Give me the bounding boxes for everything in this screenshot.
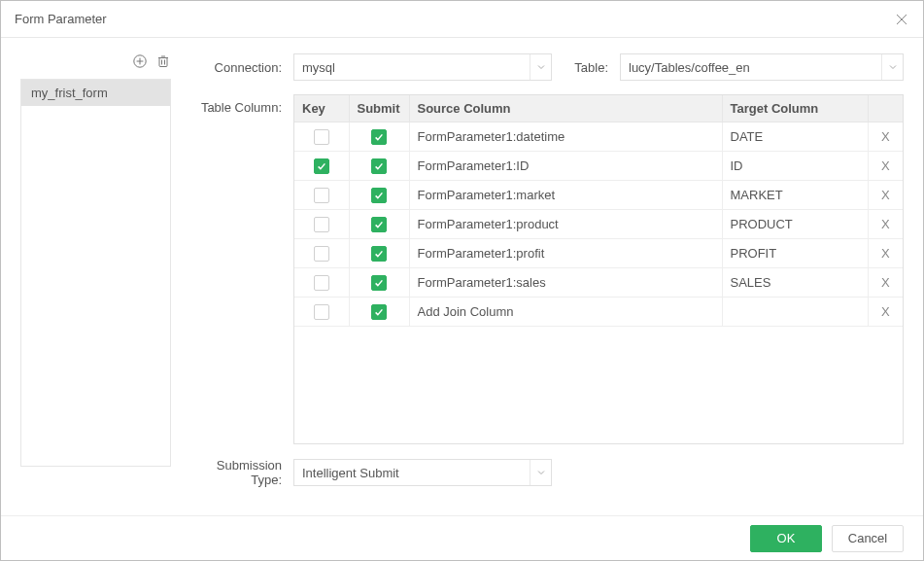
delete-row-icon[interactable]: X [881, 304, 890, 319]
ok-button[interactable]: OK [750, 525, 822, 552]
key-checkbox[interactable] [314, 129, 329, 145]
th-submit: Submit [349, 95, 409, 123]
right-pane: Connection: mysql Table: lucy/Tables/cof… [190, 53, 904, 515]
column-table: Key Submit Source Column Target Column F… [293, 94, 904, 444]
form-parameter-dialog: Form Parameter my_frist_form Co [0, 0, 924, 561]
th-target: Target Column [722, 95, 868, 123]
delete-icon[interactable] [155, 53, 171, 69]
submit-checkbox[interactable] [371, 188, 387, 203]
cell-submit [349, 239, 409, 268]
cell-submit [349, 268, 409, 298]
table-row: FormParameter1:productPRODUCTX [294, 210, 903, 239]
delete-row-icon[interactable]: X [881, 158, 890, 173]
cell-delete: X [868, 268, 903, 298]
submission-type-row: Submission Type: Intelligent Submit [190, 458, 904, 487]
cell-submit [349, 152, 409, 181]
cell-delete: X [868, 181, 903, 210]
delete-row-icon[interactable]: X [881, 188, 890, 202]
left-pane: my_frist_form [20, 53, 171, 515]
cell-target[interactable]: MARKET [722, 181, 868, 210]
connection-row: Connection: mysql Table: lucy/Tables/cof… [190, 53, 904, 81]
table-empty-area [294, 327, 903, 443]
key-checkbox[interactable] [314, 188, 329, 203]
chevron-down-icon [530, 54, 551, 80]
submit-checkbox[interactable] [371, 304, 387, 320]
form-list[interactable]: my_frist_form [20, 79, 171, 467]
title-bar: Form Parameter [1, 1, 923, 38]
form-list-toolbar [20, 53, 171, 73]
cell-source[interactable]: FormParameter1:datetime [409, 123, 722, 152]
connection-select[interactable]: mysql [293, 53, 552, 81]
list-item-label: my_frist_form [31, 86, 108, 100]
cell-delete: X [868, 123, 903, 152]
cell-target[interactable]: PROFIT [722, 239, 868, 268]
table-row: FormParameter1:marketMARKETX [294, 181, 903, 210]
dialog-footer: OK Cancel [1, 515, 923, 560]
key-checkbox[interactable] [314, 304, 329, 320]
table-row: FormParameter1:datetimeDATEX [294, 123, 903, 152]
cell-key [294, 298, 349, 327]
table-label: Table: [552, 60, 620, 75]
cell-key [294, 268, 349, 298]
th-delete [868, 95, 903, 123]
cell-target[interactable]: PRODUCT [722, 210, 868, 239]
key-checkbox[interactable] [314, 158, 329, 174]
table-row: FormParameter1:IDIDX [294, 152, 903, 181]
list-item[interactable]: my_frist_form [21, 80, 170, 106]
cancel-button[interactable]: Cancel [832, 525, 904, 552]
cell-key [294, 152, 349, 181]
dialog-title: Form Parameter [15, 12, 107, 26]
th-source: Source Column [409, 95, 722, 123]
connection-value: mysql [302, 60, 335, 75]
cell-source[interactable]: FormParameter1:market [409, 181, 722, 210]
submit-checkbox[interactable] [371, 158, 387, 174]
cell-submit [349, 181, 409, 210]
cell-target[interactable] [722, 298, 868, 327]
chevron-down-icon [530, 460, 551, 485]
table-select[interactable]: lucy/Tables/coffee_en [620, 53, 904, 81]
close-icon[interactable] [894, 12, 909, 27]
cell-source[interactable]: FormParameter1:product [409, 210, 722, 239]
cell-source[interactable]: FormParameter1:ID [409, 152, 722, 181]
key-checkbox[interactable] [314, 275, 329, 291]
cell-delete: X [868, 239, 903, 268]
add-icon[interactable] [132, 53, 148, 69]
cell-source[interactable]: Add Join Column [409, 298, 722, 327]
cell-key [294, 210, 349, 239]
mapping-table: Key Submit Source Column Target Column F… [294, 95, 903, 327]
cancel-button-label: Cancel [848, 531, 887, 545]
submission-type-select[interactable]: Intelligent Submit [293, 459, 552, 486]
submit-checkbox[interactable] [371, 246, 387, 262]
cell-target[interactable]: DATE [722, 123, 868, 152]
submit-checkbox[interactable] [371, 275, 387, 291]
delete-row-icon[interactable]: X [881, 246, 890, 261]
cell-key [294, 181, 349, 210]
submit-checkbox[interactable] [371, 129, 387, 145]
th-key: Key [294, 95, 349, 123]
cell-delete: X [868, 210, 903, 239]
key-checkbox[interactable] [314, 217, 329, 232]
table-row: FormParameter1:salesSALESX [294, 268, 903, 298]
table-row: Add Join ColumnX [294, 298, 903, 327]
table-column-label: Table Column: [190, 94, 293, 115]
cell-submit [349, 298, 409, 327]
svg-rect-5 [159, 58, 167, 67]
cell-source[interactable]: FormParameter1:profit [409, 239, 722, 268]
cell-submit [349, 123, 409, 152]
cell-target[interactable]: SALES [722, 268, 868, 298]
cell-source[interactable]: FormParameter1:sales [409, 268, 722, 298]
table-column-row: Table Column: Key Submit Source Column T… [190, 94, 904, 444]
cell-target[interactable]: ID [722, 152, 868, 181]
table-value: lucy/Tables/coffee_en [629, 60, 750, 75]
delete-row-icon[interactable]: X [881, 275, 890, 290]
delete-row-icon[interactable]: X [881, 129, 890, 144]
submit-checkbox[interactable] [371, 217, 387, 232]
key-checkbox[interactable] [314, 246, 329, 262]
delete-row-icon[interactable]: X [881, 217, 890, 231]
table-row: FormParameter1:profitPROFITX [294, 239, 903, 268]
dialog-body: my_frist_form Connection: mysql Table: l… [1, 38, 923, 515]
cell-key [294, 123, 349, 152]
submission-type-label: Submission Type: [190, 458, 293, 487]
connection-label: Connection: [190, 60, 293, 75]
chevron-down-icon [881, 54, 903, 80]
